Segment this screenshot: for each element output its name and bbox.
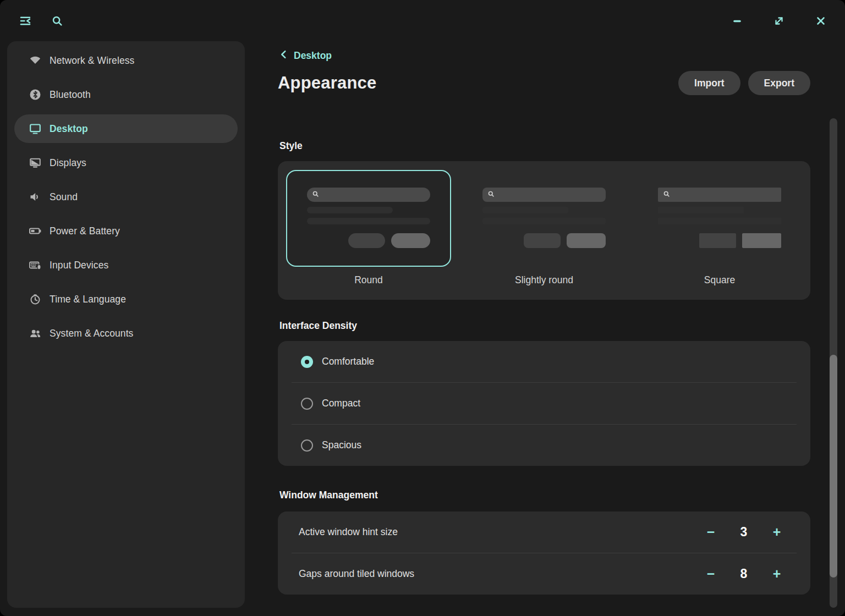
sidebar-item-label: Bluetooth [50, 89, 91, 101]
sidebar-item-label: Network & Wireless [50, 55, 134, 67]
radio-selected-icon[interactable] [301, 356, 313, 368]
sidebar-item-label: Input Devices [50, 260, 108, 271]
increment-button[interactable]: + [769, 525, 785, 539]
sidebar-item-input-devices[interactable]: Input Devices [14, 251, 238, 279]
breadcrumb-back-link[interactable]: Desktop [278, 49, 810, 62]
window-management-section: Window Management Active window hint siz… [278, 488, 810, 595]
sidebar-item-bluetooth[interactable]: Bluetooth [14, 80, 238, 109]
style-option-slightly-round[interactable]: Slightly round [462, 170, 627, 287]
scrollbar-thumb[interactable] [830, 355, 837, 578]
style-preview-round [286, 170, 451, 267]
style-option-label: Square [704, 273, 735, 287]
magnifier-icon [312, 190, 319, 200]
density-section-heading: Interface Density [279, 319, 810, 332]
mini-list-row [482, 207, 568, 213]
close-icon [814, 14, 827, 28]
minimize-button[interactable] [727, 11, 747, 31]
magnifier-icon [487, 190, 495, 200]
style-section-heading: Style [279, 139, 810, 152]
sidebar-item-system-accounts[interactable]: System & Accounts [14, 319, 238, 348]
clock-icon [28, 292, 42, 306]
style-option-label: Slightly round [515, 273, 573, 287]
mini-list-row [307, 207, 393, 213]
radio-option-compact[interactable]: Compact [278, 383, 810, 424]
mini-list-row [658, 207, 744, 213]
sidebar-item-power-battery[interactable]: Power & Battery [14, 217, 238, 245]
back-chevron-icon [278, 48, 290, 63]
sidebar-item-desktop[interactable]: Desktop [14, 114, 238, 143]
radio-unselected-icon[interactable] [301, 398, 313, 410]
sidebar-item-network-wireless[interactable]: Network & Wireless [14, 46, 238, 75]
battery-icon [28, 224, 42, 238]
style-option-square[interactable]: Square [637, 170, 802, 287]
density-card: Comfortable Compact Spacious [278, 341, 810, 466]
scrollbar-track[interactable] [830, 118, 837, 608]
titlebar-left [15, 11, 67, 31]
sidebar-item-time-language[interactable]: Time & Language [14, 285, 238, 314]
desktop-monitor-icon [28, 122, 42, 136]
mini-list-row [658, 218, 781, 224]
style-section: Style [278, 139, 810, 300]
mini-search-bar [307, 188, 430, 202]
header-actions: Import Export [678, 71, 810, 95]
mini-button-primary [391, 233, 430, 248]
search-icon [51, 14, 64, 28]
density-section: Interface Density Comfortable Compact S [278, 319, 810, 466]
sidebar-item-label: Desktop [50, 123, 88, 135]
gaps-stepper: − 8 + [703, 566, 785, 581]
mini-list-row [307, 218, 430, 224]
maximize-icon [772, 14, 786, 28]
window-management-heading: Window Management [279, 488, 810, 502]
mini-search-bar [658, 188, 781, 202]
mini-search-bar [482, 188, 606, 202]
radio-option-comfortable[interactable]: Comfortable [278, 341, 810, 382]
maximize-button[interactable] [769, 11, 789, 31]
search-button[interactable] [47, 11, 67, 31]
sidebar-item-sound[interactable]: Sound [14, 183, 238, 211]
sidebar-toggle-button[interactable] [15, 11, 35, 31]
close-button[interactable] [811, 11, 831, 31]
row-label: Active window hint size [299, 526, 398, 538]
decrement-button[interactable]: − [703, 525, 719, 539]
keyboard-mouse-icon [28, 258, 42, 272]
style-option-round[interactable]: Round [286, 170, 451, 287]
import-button[interactable]: Import [678, 71, 740, 95]
users-icon [28, 326, 42, 340]
page-header: Appearance Import Export [278, 70, 810, 96]
radio-unselected-icon[interactable] [301, 439, 313, 452]
mini-button-primary [742, 233, 781, 248]
radio-label: Compact [322, 398, 360, 409]
mini-list-row [482, 218, 606, 224]
stepper-value: 3 [719, 525, 769, 540]
radio-label: Comfortable [322, 356, 374, 367]
sidebar-item-label: Displays [50, 157, 86, 169]
settings-window: Network & Wireless Bluetooth Desktop [0, 0, 845, 616]
sidebar-item-label: Sound [50, 191, 78, 203]
sidebar: Network & Wireless Bluetooth Desktop [7, 41, 245, 608]
stepper-row-gaps: Gaps around tiled windows − 8 + [278, 553, 810, 595]
mini-button-secondary [524, 233, 561, 248]
titlebar [0, 0, 845, 41]
style-preview-square [637, 170, 802, 267]
increment-button[interactable]: + [769, 567, 785, 581]
window-management-card: Active window hint size − 3 + Gaps aroun… [278, 512, 810, 595]
hint-size-stepper: − 3 + [703, 525, 785, 540]
radio-option-spacious[interactable]: Spacious [278, 425, 810, 466]
minimize-icon [731, 14, 744, 28]
decrement-button[interactable]: − [703, 567, 719, 581]
sidebar-item-displays[interactable]: Displays [14, 148, 238, 177]
row-label: Gaps around tiled windows [299, 568, 414, 580]
stepper-row-hint-size: Active window hint size − 3 + [278, 512, 810, 553]
sidebar-item-label: System & Accounts [50, 328, 133, 339]
style-card: Round [278, 161, 810, 300]
bluetooth-icon [28, 87, 42, 102]
magnifier-icon [663, 190, 670, 200]
sidebar-toggle-icon [19, 14, 32, 28]
page-title: Appearance [278, 73, 376, 93]
speaker-icon [28, 190, 42, 204]
mini-button-secondary [348, 233, 385, 248]
mini-button-secondary [699, 233, 736, 248]
stepper-value: 8 [719, 566, 769, 581]
export-button[interactable]: Export [748, 71, 810, 95]
displays-icon [28, 156, 42, 170]
